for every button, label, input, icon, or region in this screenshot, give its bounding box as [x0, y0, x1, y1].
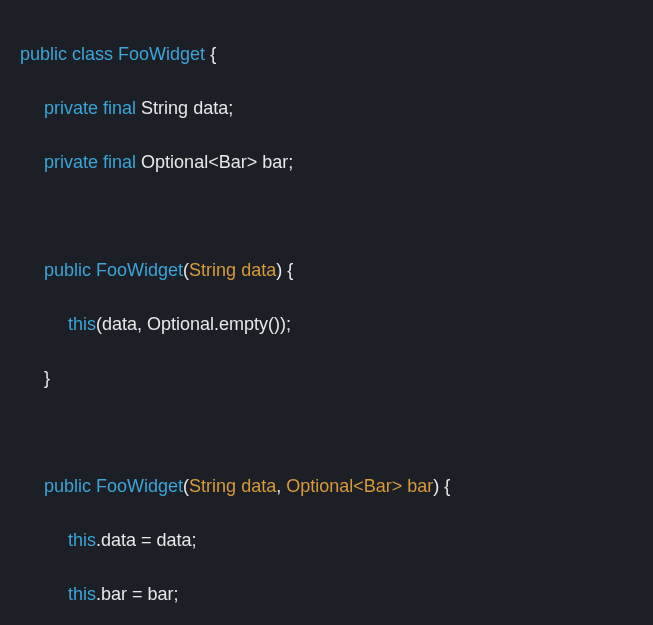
assignment: .bar = bar;	[96, 584, 179, 604]
field-name: bar;	[262, 152, 293, 172]
keyword-public: public	[44, 260, 91, 280]
keyword-public: public	[20, 44, 67, 64]
field-name: data;	[193, 98, 233, 118]
keyword-this: this	[68, 584, 96, 604]
paren-brace: ) {	[276, 260, 293, 280]
class-name: FooWidget	[118, 44, 205, 64]
angle-bracket: >	[247, 152, 258, 172]
code-line: public class FooWidget {	[20, 41, 633, 68]
code-line: public FooWidget(String data, Optional<B…	[20, 473, 633, 500]
blank-line	[20, 419, 633, 446]
param-type: String	[189, 476, 236, 496]
code-line: this(data, Optional.empty());	[20, 311, 633, 338]
param-type: String	[189, 260, 236, 280]
param-type: Optional	[286, 476, 353, 496]
param-name: bar	[407, 476, 433, 496]
keyword-private: private	[44, 152, 98, 172]
brace: {	[210, 44, 216, 64]
param-type: Bar	[364, 476, 392, 496]
param-name: data	[241, 260, 276, 280]
brace: }	[44, 368, 50, 388]
keyword-final: final	[103, 152, 136, 172]
code-line: private final Optional<Bar> bar;	[20, 149, 633, 176]
code-line: public FooWidget(String data) {	[20, 257, 633, 284]
code-line: this.data = data;	[20, 527, 633, 554]
keyword-this: this	[68, 314, 96, 334]
comma: ,	[276, 476, 286, 496]
code-line: this.bar = bar;	[20, 581, 633, 608]
keyword-public: public	[44, 476, 91, 496]
angle-bracket: >	[392, 476, 403, 496]
angle-bracket: <	[353, 476, 364, 496]
code-snippet: public class FooWidget { private final S…	[20, 14, 633, 625]
param-name: data	[241, 476, 276, 496]
call: (data, Optional.empty());	[96, 314, 291, 334]
type: String	[141, 98, 188, 118]
blank-line	[20, 203, 633, 230]
constructor-name: FooWidget	[96, 260, 183, 280]
code-line: private final String data;	[20, 95, 633, 122]
assignment: .data = data;	[96, 530, 197, 550]
constructor-name: FooWidget	[96, 476, 183, 496]
angle-bracket: <	[208, 152, 219, 172]
paren-brace: ) {	[433, 476, 450, 496]
keyword-class: class	[72, 44, 113, 64]
keyword-final: final	[103, 98, 136, 118]
type: Bar	[219, 152, 247, 172]
keyword-this: this	[68, 530, 96, 550]
keyword-private: private	[44, 98, 98, 118]
type: Optional	[141, 152, 208, 172]
code-line: }	[20, 365, 633, 392]
